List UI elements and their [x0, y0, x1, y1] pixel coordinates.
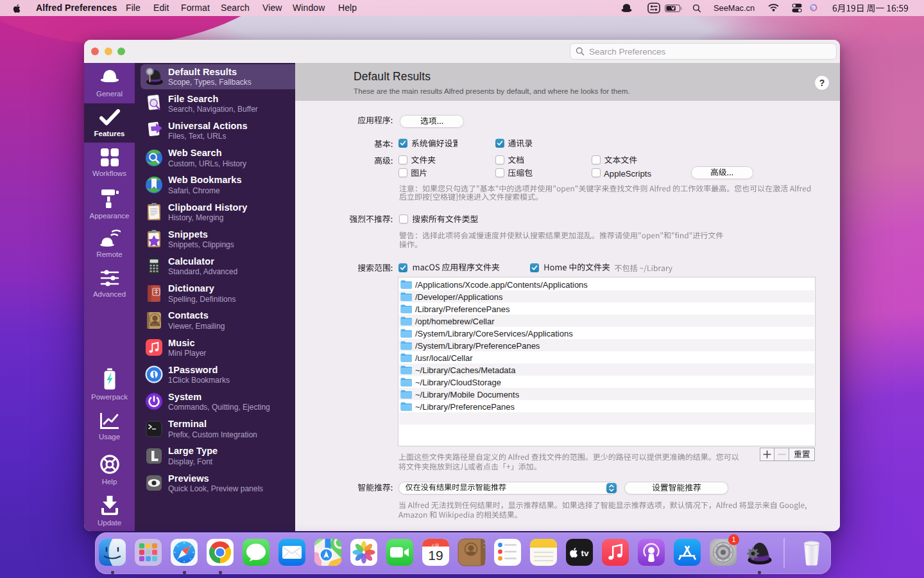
svg-text:tv: tv: [581, 548, 589, 558]
